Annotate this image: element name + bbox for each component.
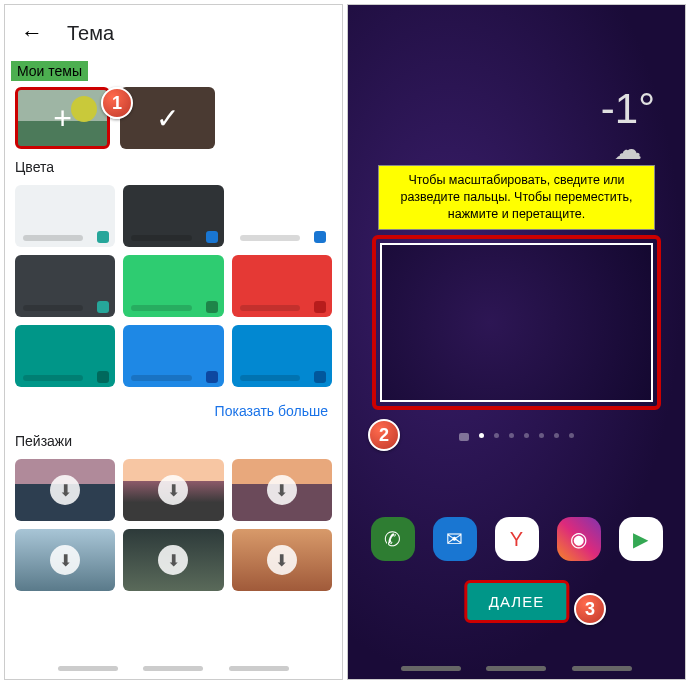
yandex-icon[interactable]: Y — [495, 517, 539, 561]
nav-back[interactable] — [229, 666, 289, 671]
color-tile[interactable] — [232, 325, 332, 387]
color-tile[interactable] — [15, 325, 115, 387]
next-button[interactable]: ДАЛЕЕ — [464, 580, 569, 623]
wallpaper-crop-screen: -1° ☁ Чтобы масштабировать, сведите или … — [347, 4, 686, 680]
messages-icon[interactable]: ✉ — [433, 517, 477, 561]
home-indicator-icon — [459, 433, 469, 441]
landscape-tile[interactable]: ⬇ — [15, 529, 115, 591]
crop-frame[interactable] — [372, 235, 661, 410]
color-tile[interactable] — [232, 255, 332, 317]
nav-home[interactable] — [486, 666, 546, 671]
step-badge-3: 3 — [574, 593, 606, 625]
landscape-tile[interactable]: ⬇ — [123, 459, 223, 521]
color-tile[interactable] — [15, 185, 115, 247]
landscapes-label: Пейзажи — [5, 429, 342, 453]
landscape-tile[interactable]: ⬇ — [232, 459, 332, 521]
nav-home[interactable] — [143, 666, 203, 671]
crop-area[interactable] — [380, 243, 653, 402]
step-badge-1: 1 — [101, 87, 133, 119]
theme-settings-screen: ← Тема Мои темы + ✓ Цвета Показать больш… — [4, 4, 343, 680]
download-icon: ⬇ — [50, 545, 80, 575]
download-icon: ⬇ — [267, 545, 297, 575]
nav-recent[interactable] — [58, 666, 118, 671]
android-nav-bar — [5, 662, 342, 675]
my-themes-label: Мои темы — [11, 61, 88, 81]
android-nav-bar — [348, 662, 685, 675]
landscape-tile[interactable]: ⬇ — [232, 529, 332, 591]
nav-back[interactable] — [572, 666, 632, 671]
landscape-tile[interactable]: ⬇ — [15, 459, 115, 521]
instagram-icon[interactable]: ◉ — [557, 517, 601, 561]
show-more-link[interactable]: Показать больше — [5, 393, 342, 429]
temperature-value: -1° — [601, 85, 655, 133]
back-icon[interactable]: ← — [21, 20, 43, 46]
add-theme-button[interactable]: + — [15, 87, 110, 149]
nav-recent[interactable] — [401, 666, 461, 671]
hint-text: Чтобы масштабировать, сведите или развед… — [378, 165, 655, 230]
landscape-tile[interactable]: ⬇ — [123, 529, 223, 591]
phone-icon[interactable]: ✆ — [371, 517, 415, 561]
dock: ✆✉Y◉▶ — [348, 517, 685, 561]
colors-label: Цвета — [5, 155, 342, 179]
play-store-icon[interactable]: ▶ — [619, 517, 663, 561]
color-tile[interactable] — [123, 325, 223, 387]
color-tile[interactable] — [232, 185, 332, 247]
current-theme-tile[interactable]: ✓ — [120, 87, 215, 149]
plus-icon: + — [53, 100, 72, 137]
download-icon: ⬇ — [158, 545, 188, 575]
page-title: Тема — [67, 22, 114, 45]
download-icon: ⬇ — [158, 475, 188, 505]
download-icon: ⬇ — [267, 475, 297, 505]
download-icon: ⬇ — [50, 475, 80, 505]
step-badge-2: 2 — [368, 419, 400, 451]
color-tile[interactable] — [15, 255, 115, 317]
cloud-icon: ☁ — [601, 133, 655, 166]
color-tile[interactable] — [123, 185, 223, 247]
color-tile[interactable] — [123, 255, 223, 317]
checkmark-icon: ✓ — [156, 102, 179, 135]
weather-widget: -1° ☁ — [601, 85, 655, 166]
